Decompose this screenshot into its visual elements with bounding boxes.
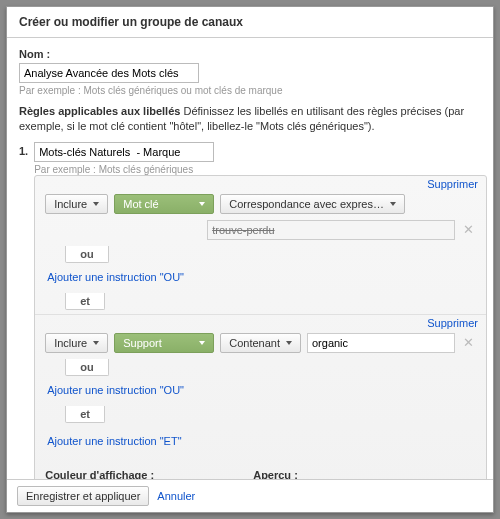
delete-button-2[interactable]: Supprimer <box>427 317 478 329</box>
rule-name-input[interactable] <box>34 142 214 162</box>
preview-section: Aperçu : Mots-clés Naturels - Marque <box>253 469 416 479</box>
chevron-down-icon <box>199 202 205 206</box>
value-line-1: ✕ <box>207 220 476 240</box>
name-section: Nom : Par exemple : Mots clés génériques… <box>19 48 481 96</box>
condition-block-1: Supprimer Inclure Mot clé Correspondance… <box>35 176 486 291</box>
color-label: Couleur d'affichage : <box>45 469 213 479</box>
chevron-down-icon <box>199 341 205 345</box>
and-connector-1: et <box>65 293 486 310</box>
and-label-2: et <box>65 406 105 423</box>
or-connector-1: ou <box>65 246 476 263</box>
operator-dropdown-1[interactable]: Correspondance avec expression régulière <box>220 194 405 214</box>
chevron-down-icon <box>390 202 396 206</box>
chevron-down-icon <box>93 341 99 345</box>
name-input[interactable] <box>19 63 199 83</box>
dimension-dropdown-2[interactable]: Support <box>114 333 214 353</box>
name-hint: Par exemple : Mots clés génériques ou mo… <box>19 85 481 96</box>
include-dropdown-2[interactable]: Inclure <box>45 333 108 353</box>
rules-panel: Supprimer Inclure Mot clé Correspondance… <box>34 175 487 479</box>
add-or-link-1[interactable]: Ajouter une instruction "OU" <box>45 267 186 287</box>
color-picker: Couleur d'affichage : aaaaaaaaaaaaaaaaaa… <box>45 469 213 479</box>
remove-condition-icon-2[interactable]: ✕ <box>461 335 476 350</box>
dimension-dropdown-1[interactable]: Mot clé <box>114 194 214 214</box>
rule-name-hint: Par exemple : Mots clés génériques <box>34 164 487 175</box>
include-dropdown-1[interactable]: Inclure <box>45 194 108 214</box>
or-connector-2: ou <box>65 359 476 376</box>
channel-group-modal: Créer ou modifier un groupe de canaux No… <box>6 6 494 513</box>
add-and-link[interactable]: Ajouter une instruction "ET" <box>45 431 183 451</box>
save-apply-button[interactable]: Enregistrer et appliquer <box>17 486 149 506</box>
display-section: Couleur d'affichage : aaaaaaaaaaaaaaaaaa… <box>35 469 486 479</box>
preview-label: Aperçu : <box>253 469 416 479</box>
condition-line-2: Inclure Support Contenant ✕ <box>45 333 476 353</box>
delete-button-1[interactable]: Supprimer <box>427 178 478 190</box>
value-input-2[interactable] <box>307 333 455 353</box>
cancel-modal-link[interactable]: Annuler <box>157 490 195 502</box>
chevron-down-icon <box>286 341 292 345</box>
add-and-row: Ajouter une instruction "ET" <box>35 427 486 459</box>
modal-footer: Enregistrer et appliquer Annuler <box>7 479 493 512</box>
operator-dropdown-2[interactable]: Contenant <box>220 333 301 353</box>
rule-row: 1. Par exemple : Mots clés génériques Su… <box>19 142 481 479</box>
value-input-1[interactable] <box>207 220 455 240</box>
or-label-2: ou <box>65 359 108 376</box>
chevron-down-icon <box>93 202 99 206</box>
condition-line-1: Inclure Mot clé Correspondance avec expr… <box>45 194 476 214</box>
remove-condition-icon-1[interactable]: ✕ <box>461 222 476 237</box>
condition-block-2: Supprimer Inclure Support Contenant <box>35 314 486 404</box>
rules-intro-bold: Règles applicables aux libellés <box>19 105 180 117</box>
rules-intro: Règles applicables aux libellés Définiss… <box>19 104 481 134</box>
rule-number: 1. <box>19 142 28 157</box>
add-or-link-2[interactable]: Ajouter une instruction "OU" <box>45 380 186 400</box>
name-label: Nom : <box>19 48 481 60</box>
and-connector-2: et <box>65 406 486 423</box>
modal-body: Nom : Par exemple : Mots clés génériques… <box>7 38 493 479</box>
and-label: et <box>65 293 105 310</box>
or-label: ou <box>65 246 108 263</box>
modal-title: Créer ou modifier un groupe de canaux <box>7 7 493 38</box>
